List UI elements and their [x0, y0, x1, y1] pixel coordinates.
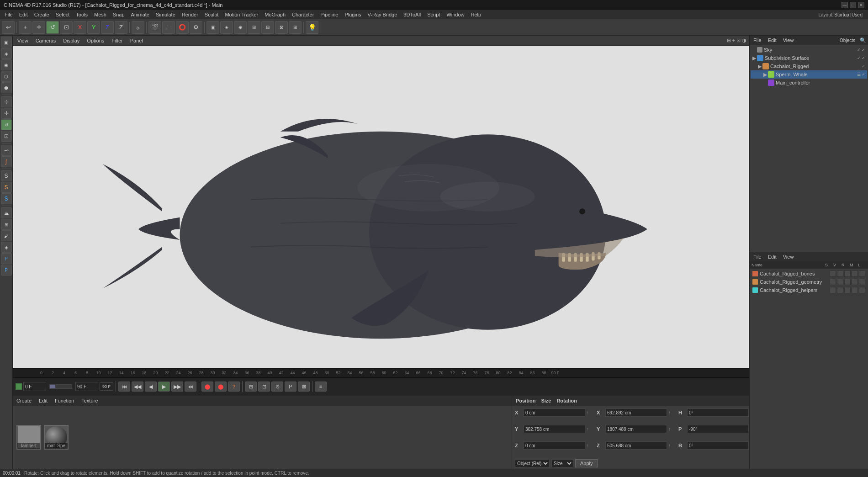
- helpers-l[interactable]: [859, 287, 865, 293]
- menu-vray[interactable]: V-Ray Bridge: [365, 11, 400, 18]
- tree-item-cachalot[interactable]: ▶ Cachalot_Rigged ✓: [751, 62, 867, 70]
- menu-help[interactable]: Help: [468, 11, 484, 18]
- helpers-m[interactable]: [852, 287, 858, 293]
- rotate-button[interactable]: ↺: [46, 21, 59, 34]
- z-position-field[interactable]: [524, 441, 585, 450]
- mat-edit[interactable]: Edit: [37, 398, 49, 404]
- render-settings[interactable]: ⚙: [190, 21, 202, 34]
- y-size-field[interactable]: [605, 425, 667, 433]
- timeline-scrubber[interactable]: [49, 384, 72, 389]
- bones-r[interactable]: [844, 270, 851, 277]
- objects-file-tab[interactable]: File: [752, 37, 763, 43]
- z-size-field[interactable]: [605, 441, 667, 450]
- brush-tool[interactable]: 🖌: [1, 230, 12, 241]
- auto-key[interactable]: ?: [228, 382, 240, 392]
- menu-simulate[interactable]: Simulate: [153, 11, 178, 18]
- python-tool[interactable]: S: [1, 193, 12, 204]
- menu-script[interactable]: Script: [424, 11, 443, 18]
- go-start[interactable]: ⏮: [118, 382, 130, 392]
- line-tool[interactable]: ⊸: [1, 145, 12, 156]
- mat-create[interactable]: Create: [15, 398, 33, 404]
- tree-item-subdivision[interactable]: ▶ Subdivision Surface ✓ ✓: [751, 54, 867, 62]
- x-position-field[interactable]: [524, 408, 585, 417]
- geom-l[interactable]: [859, 279, 865, 285]
- geom-m[interactable]: [852, 279, 858, 285]
- y-position-field[interactable]: [524, 425, 585, 433]
- vp-options[interactable]: Options: [85, 38, 106, 43]
- minimize-button[interactable]: —: [842, 2, 848, 8]
- menu-motiontracker[interactable]: Motion Tracker: [222, 11, 261, 18]
- scale-tool[interactable]: ⊡: [1, 131, 12, 142]
- material-item-sperm[interactable]: mat_Spe: [44, 425, 69, 450]
- interactive-render[interactable]: ⭕: [176, 21, 189, 34]
- timeline-current-frame[interactable]: [23, 382, 46, 391]
- texture-mode[interactable]: ◈: [1, 48, 12, 59]
- z-axis[interactable]: Z: [101, 21, 114, 34]
- scripting-tool[interactable]: S: [1, 182, 12, 193]
- vp-cameras[interactable]: Cameras: [34, 38, 58, 43]
- scale-button[interactable]: ⊡: [60, 21, 73, 34]
- tree-item-sky[interactable]: Sky ✓ ✓: [751, 46, 867, 54]
- menu-window[interactable]: Window: [444, 11, 467, 18]
- h-rotation-field[interactable]: [687, 408, 749, 417]
- step-forward[interactable]: ▶▶: [171, 382, 183, 392]
- mat-texture[interactable]: Texture: [79, 398, 100, 404]
- display-mode2[interactable]: ◈: [220, 21, 233, 34]
- menu-3dtoall[interactable]: 3DToAll: [401, 11, 423, 18]
- apply-button[interactable]: Apply: [575, 459, 598, 467]
- extra-tool2[interactable]: P: [1, 253, 12, 264]
- size-mode-select[interactable]: Size Scale: [551, 459, 573, 467]
- poly-mode[interactable]: ⬢: [1, 82, 12, 93]
- menu-file[interactable]: File: [2, 11, 16, 18]
- timeline-ruler[interactable]: 0 2 4 6 8 10 12 14 16 18 20 22 24 26: [13, 369, 749, 378]
- menu-mograph[interactable]: MoGraph: [262, 11, 288, 18]
- scene-row-bones[interactable]: Cachalot_Rigged_bones: [751, 270, 867, 278]
- move-button[interactable]: ✛: [32, 21, 45, 34]
- vp-filter[interactable]: Filter: [110, 38, 124, 43]
- vp-display[interactable]: Display: [61, 38, 81, 43]
- display-mode4[interactable]: ⊞: [248, 21, 260, 34]
- model-mode[interactable]: ▣: [1, 37, 12, 48]
- record-point[interactable]: ⬤: [215, 382, 227, 392]
- bones-s[interactable]: [830, 270, 836, 277]
- menu-select[interactable]: Select: [53, 11, 73, 18]
- extra-tool3[interactable]: P: [1, 265, 12, 276]
- display-mode1[interactable]: ▣: [206, 21, 219, 34]
- objects-edit-tab[interactable]: Edit: [766, 37, 778, 43]
- menu-plugins[interactable]: Plugins: [342, 11, 364, 18]
- play-back[interactable]: ◀: [145, 382, 157, 392]
- play-forward[interactable]: ▶: [158, 382, 170, 392]
- helpers-s[interactable]: [830, 287, 836, 293]
- main-viewport[interactable]: [13, 46, 749, 368]
- menu-sculpt[interactable]: Sculpt: [202, 11, 222, 18]
- deform-button[interactable]: Z: [115, 21, 127, 34]
- bones-v[interactable]: [837, 270, 843, 277]
- menu-create[interactable]: Create: [32, 11, 52, 18]
- x-axis[interactable]: X: [74, 21, 86, 34]
- material-item-lambert[interactable]: lambert: [16, 425, 41, 450]
- vp-icon1[interactable]: ⊞: [727, 37, 731, 43]
- menu-edit[interactable]: Edit: [16, 11, 31, 18]
- add-button[interactable]: +: [19, 21, 32, 34]
- helpers-v[interactable]: [837, 287, 843, 293]
- edge-mode[interactable]: ⬡: [1, 71, 12, 82]
- y-axis[interactable]: Y: [87, 21, 100, 34]
- vp-icon3[interactable]: ⊡: [736, 37, 741, 43]
- timeline-end-frame[interactable]: [75, 382, 98, 391]
- bones-l[interactable]: [859, 270, 865, 277]
- rotate-tool[interactable]: ↺: [1, 119, 12, 130]
- objects-view-tab[interactable]: View: [781, 37, 796, 43]
- scene-edit-tab[interactable]: Edit: [766, 254, 778, 260]
- b-rotation-field[interactable]: [687, 441, 749, 450]
- go-end[interactable]: ⏭: [185, 382, 196, 392]
- undo-button[interactable]: ↩: [2, 21, 15, 34]
- helpers-r[interactable]: [844, 287, 851, 293]
- scene-file-tab[interactable]: File: [752, 254, 763, 260]
- menu-mesh[interactable]: Mesh: [91, 11, 109, 18]
- timeline-key2[interactable]: ⊡: [258, 382, 270, 392]
- object-space-select[interactable]: Object (Rel) World: [515, 459, 550, 467]
- light-button[interactable]: 💡: [306, 21, 318, 34]
- vp-panel[interactable]: Panel: [128, 38, 145, 43]
- record-stop[interactable]: ⬤: [201, 382, 213, 392]
- step-back[interactable]: ◀◀: [132, 382, 143, 392]
